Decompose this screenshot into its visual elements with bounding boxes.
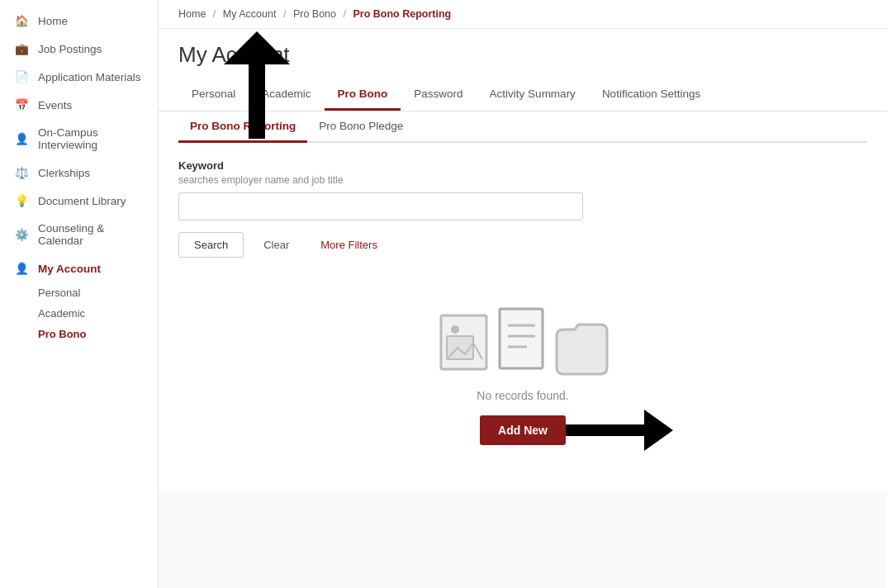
sidebar-item-home[interactable]: 🏠 Home [0, 7, 158, 35]
home-icon: 🏠 [13, 14, 30, 27]
calendar-icon: 📅 [13, 98, 30, 111]
more-filters-button[interactable]: More Filters [309, 233, 389, 257]
sidebar-label-clerkships: Clerkships [38, 167, 90, 179]
sidebar-label-home: Home [38, 15, 68, 27]
tab-pro-bono[interactable]: Pro Bono [325, 79, 401, 111]
empty-icons [437, 307, 609, 377]
sidebar-item-on-campus[interactable]: 👤 On-Campus Interviewing [0, 119, 158, 159]
sidebar-label-application-materials: Application Materials [38, 71, 141, 83]
sidebar-label-on-campus: On-Campus Interviewing [38, 126, 145, 151]
sidebar: 🏠 Home 💼 Job Postings 📄 Application Mate… [0, 0, 159, 588]
breadcrumb-sep-1: / [213, 8, 216, 20]
add-new-button[interactable]: Add New [480, 415, 566, 445]
sidebar-label-counseling: Counseling & Calendar [38, 222, 145, 247]
document-icon: 💡 [13, 194, 30, 207]
tab-activity-summary[interactable]: Activity Summary [477, 79, 589, 111]
svg-rect-6 [500, 309, 543, 368]
sidebar-item-clerkships[interactable]: ⚖️ Clerkships [0, 159, 158, 187]
svg-rect-10 [566, 424, 644, 436]
tab-password[interactable]: Password [401, 79, 476, 111]
sidebar-sub-personal[interactable]: Personal [0, 282, 158, 303]
keyword-label: Keyword [178, 159, 867, 172]
search-button[interactable]: Search [178, 232, 244, 258]
sidebar-sub-pro-bono[interactable]: Pro Bono [0, 324, 158, 344]
filter-buttons: Search Clear More Filters [178, 232, 867, 258]
breadcrumb-home[interactable]: Home [178, 8, 206, 20]
user-icon: 👤 [13, 132, 30, 145]
breadcrumb-sep-2: / [283, 8, 286, 20]
empty-state: No records found. Add New [437, 258, 609, 470]
file-icon: 📄 [13, 70, 30, 83]
svg-marker-11 [644, 410, 673, 451]
sidebar-label-job-postings: Job Postings [38, 43, 102, 55]
breadcrumb-pro-bono[interactable]: Pro Bono [293, 8, 336, 20]
arrow-left-annotation [566, 410, 673, 451]
sub-tab-pro-bono-pledge[interactable]: Pro Bono Pledge [307, 111, 415, 143]
sidebar-item-document-library[interactable]: 💡 Document Library [0, 187, 158, 215]
empty-state-wrapper: No records found. Add New [178, 258, 867, 470]
sidebar-item-job-postings[interactable]: 💼 Job Postings [0, 35, 158, 63]
breadcrumb-current: Pro Bono Reporting [353, 8, 451, 20]
tab-notification-settings[interactable]: Notification Settings [589, 79, 714, 111]
scale-icon: ⚖️ [13, 166, 30, 179]
gear-icon: ⚙️ [13, 228, 30, 241]
no-records-text: No records found. [477, 389, 568, 402]
keyword-input[interactable] [178, 192, 583, 220]
page-title: My Account [178, 42, 867, 68]
briefcase-icon: 💼 [13, 42, 30, 55]
sidebar-item-application-materials[interactable]: 📄 Application Materials [0, 63, 158, 91]
main-tabs: Personal Academic Pro Bono Password Acti… [178, 79, 867, 111]
sub-tab-pro-bono-reporting[interactable]: Pro Bono Reporting [178, 111, 307, 143]
breadcrumb-sep-3: / [343, 8, 345, 20]
svg-point-5 [451, 325, 459, 334]
person-icon: 👤 [13, 262, 30, 275]
sidebar-label-events: Events [38, 99, 72, 111]
breadcrumb: Home / My Account / Pro Bono / Pro Bono … [159, 0, 887, 29]
breadcrumb-my-account[interactable]: My Account [223, 8, 277, 20]
sidebar-item-my-account[interactable]: 👤 My Account [0, 254, 158, 282]
sidebar-item-events[interactable]: 📅 Events [0, 91, 158, 119]
sidebar-item-counseling[interactable]: ⚙️ Counseling & Calendar [0, 215, 158, 254]
main-content: Home / My Account / Pro Bono / Pro Bono … [159, 0, 887, 588]
sidebar-label-document-library: Document Library [38, 195, 126, 207]
keyword-section: Keyword searches employer name and job t… [178, 159, 867, 220]
tab-personal[interactable]: Personal [178, 79, 249, 111]
sidebar-label-my-account: My Account [38, 263, 101, 275]
content-area: Pro Bono Reporting Pro Bono Pledge Keywo… [159, 111, 887, 490]
clear-button[interactable]: Clear [252, 233, 301, 257]
tab-academic[interactable]: Academic [249, 79, 324, 111]
folder-icon [555, 320, 609, 377]
sidebar-sub-academic[interactable]: Academic [0, 303, 158, 324]
keyword-hint: searches employer name and job title [178, 174, 867, 186]
sub-tabs: Pro Bono Reporting Pro Bono Pledge [178, 111, 867, 143]
page-title-area: My Account Personal Academic Pro Bono Pa… [159, 29, 887, 111]
image-file-icon [437, 311, 495, 377]
text-file-icon [498, 307, 552, 377]
